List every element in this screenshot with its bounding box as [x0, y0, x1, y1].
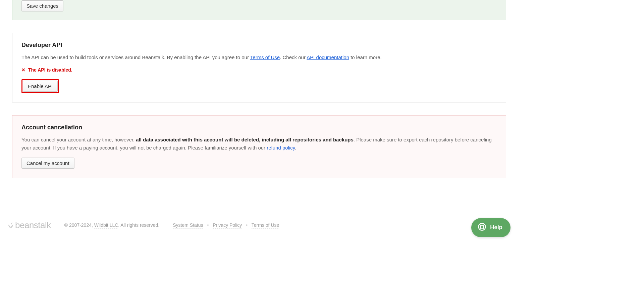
lifebuoy-icon [477, 222, 487, 233]
help-button[interactable]: Help [471, 218, 511, 237]
enable-api-button[interactable]: Enable API [23, 81, 58, 92]
privacy-policy-link[interactable]: Privacy Policy [213, 222, 242, 228]
refund-policy-link[interactable]: refund policy [267, 145, 295, 151]
developer-api-title: Developer API [21, 42, 497, 49]
api-desc-text-3: to learn more. [349, 54, 382, 60]
system-status-link[interactable]: System Status [173, 222, 203, 228]
developer-api-description: The API can be used to build tools or se… [21, 53, 497, 61]
help-label: Help [490, 224, 502, 231]
api-desc-text-1: The API can be used to build tools or se… [21, 54, 250, 60]
svg-line-4 [480, 228, 481, 229]
account-cancellation-panel: Account cancellation You can cancel your… [12, 115, 506, 178]
logo-text: beanstalk [15, 220, 51, 230]
wildbit-link[interactable]: Wildbit LLC [94, 222, 118, 228]
terms-of-use-footer-link[interactable]: Terms of Use [252, 222, 279, 228]
copyright-text: © 2007-2024, Wildbit LLC. All rights res… [64, 222, 159, 228]
separator-dot: • [207, 222, 209, 228]
account-cancellation-title: Account cancellation [21, 124, 497, 131]
account-cancellation-description: You can cancel your account at any time,… [21, 136, 497, 152]
x-icon: ✕ [21, 67, 25, 73]
save-changes-button[interactable]: Save changes [21, 0, 63, 11]
svg-line-5 [483, 228, 484, 229]
svg-line-2 [480, 224, 481, 225]
page-scroll-viewport[interactable]: Save changes Developer API The API can b… [0, 0, 644, 296]
cancel-text-3: . [295, 145, 296, 151]
save-settings-panel: Save changes [12, 0, 506, 20]
api-disabled-label: The API is disabled. [28, 67, 72, 73]
beanstalk-logo: beanstalk [7, 220, 51, 230]
footer-links: System Status • Privacy Policy • Terms o… [173, 222, 279, 228]
svg-line-3 [483, 224, 484, 225]
copyright-prefix: © 2007-2024, [64, 222, 94, 228]
cancel-text-bold: all data associated with this account wi… [136, 137, 354, 142]
developer-api-panel: Developer API The API can be used to bui… [12, 33, 506, 102]
separator-dot: • [246, 222, 248, 228]
cancel-my-account-button[interactable]: Cancel my account [21, 158, 74, 169]
leaf-icon [7, 221, 14, 228]
api-disabled-status: ✕ The API is disabled. [21, 67, 497, 73]
copyright-suffix: . All rights reserved. [118, 222, 159, 228]
api-documentation-link[interactable]: API documentation [307, 54, 349, 60]
api-desc-text-2: . Check our [280, 54, 307, 60]
svg-point-1 [480, 225, 483, 228]
page-footer: beanstalk © 2007-2024, Wildbit LLC. All … [0, 211, 519, 244]
enable-api-highlight: Enable API [21, 79, 59, 93]
cancel-text-1: You can cancel your account at any time,… [21, 137, 136, 142]
terms-of-use-link[interactable]: Terms of Use [250, 54, 280, 60]
